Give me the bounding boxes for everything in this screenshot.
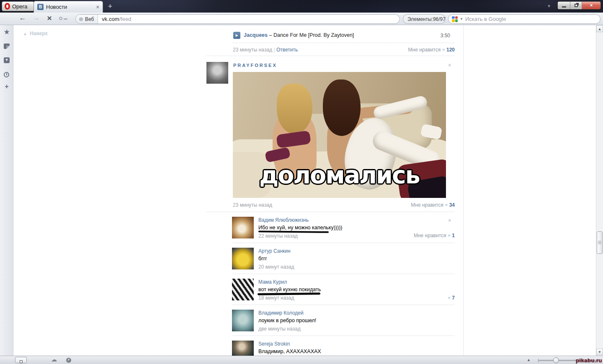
restore-button[interactable]: [570, 2, 582, 9]
post-time: 23 минуты назад: [233, 202, 272, 208]
brunette-hair-shape: [323, 79, 361, 136]
comment-text: вот нехуй кухню покидать: [258, 287, 321, 292]
panel-toggle-button[interactable]: [15, 357, 27, 363]
comment-separator: [232, 305, 455, 305]
url-host: vk.com: [102, 16, 119, 22]
bookmarks-star-icon[interactable]: ★: [0, 28, 13, 36]
search-placeholder: Искать в Google: [465, 16, 506, 22]
web-label: Веб: [85, 16, 94, 22]
opera-panel-strip: ★ ▼ +: [0, 25, 13, 356]
post-author-link[interactable]: PRAYFORSEX: [233, 63, 277, 68]
back-button[interactable]: ←: [18, 14, 27, 22]
minimize-button[interactable]: [558, 2, 570, 9]
url-text[interactable]: vk.com/feed: [98, 16, 131, 22]
opera-link-cloud-icon[interactable]: ☁: [51, 356, 57, 363]
browser-window: Opera В Новости × + ▼ × ← → ✕ ⊕ Веб vk.c…: [0, 0, 603, 364]
comment-separator: [232, 243, 455, 243]
panel-toggle-icon: [20, 360, 23, 363]
scroll-down-icon[interactable]: ▼: [596, 349, 603, 355]
elements-counter[interactable]: Элементы: 96/97: [403, 14, 446, 24]
meme-caption: доломались: [233, 163, 446, 187]
zoom-tick: [538, 359, 539, 362]
comment-author-link[interactable]: Мама Курил: [258, 279, 287, 285]
comment-author-link[interactable]: Владимир Колодей: [258, 310, 304, 316]
reply-link[interactable]: Ответить: [276, 47, 298, 53]
titlebar: Opera В Новости × + ▼ ×: [0, 0, 603, 13]
comment-separator: [232, 336, 455, 336]
new-tab-button[interactable]: +: [106, 3, 114, 10]
comment-avatar[interactable]: [232, 341, 254, 356]
audio-seek-bar[interactable]: [233, 43, 455, 43]
history-clock-icon[interactable]: [4, 72, 9, 77]
comments-separator: [206, 212, 455, 212]
browser-scrollbar[interactable]: ▲ ▼: [596, 25, 603, 356]
post-like-count: 34: [449, 202, 455, 208]
comment-time: 20 минут назад: [258, 264, 294, 270]
blonde-hair-shape: [277, 84, 312, 134]
comment-delete-icon[interactable]: ×: [448, 217, 451, 223]
globe-icon: ⊕: [79, 16, 83, 22]
vk-favicon-icon: В: [37, 4, 44, 10]
downloads-icon[interactable]: ▼: [4, 57, 10, 63]
post-like-button[interactable]: Мне нравится ♥ 34: [382, 202, 455, 208]
elements-label: Элементы:: [407, 16, 433, 22]
google-search-box[interactable]: ▼ Искать в Google: [448, 14, 600, 24]
comment-text: бггг: [258, 256, 267, 261]
search-engine-dropdown-icon[interactable]: ▼: [460, 17, 463, 21]
password-key-icon[interactable]: [59, 17, 62, 20]
post-hide-icon[interactable]: ×: [448, 62, 451, 68]
audio-post-time: 23 минуты назад: [233, 47, 272, 53]
comment-avatar[interactable]: [232, 248, 254, 269]
comment-text: лоукик в ребро прошел!: [258, 318, 316, 323]
comment-avatar[interactable]: [232, 310, 254, 331]
audio-play-button[interactable]: ▶: [233, 32, 240, 39]
scroll-up-icon[interactable]: ▲: [596, 26, 603, 32]
comment-author-link[interactable]: Sereja Strokin: [258, 341, 290, 347]
comment-text: Владимир, АХАХАХАХАХ: [258, 349, 321, 354]
stop-button[interactable]: ✕: [45, 15, 54, 22]
audio-title: Jacquees – Dance For Me [Prod. By Zaytov…: [244, 32, 354, 38]
opera-menu-label: Opera: [12, 3, 27, 10]
close-window-icon: ×: [590, 3, 593, 8]
add-panel-icon[interactable]: +: [0, 83, 13, 90]
statusbar: ☁ ▲ pikabu.ru: [0, 356, 603, 364]
notes-icon[interactable]: [4, 44, 10, 49]
heart-icon: ♥: [445, 202, 448, 208]
zoom-menu-icon[interactable]: ▲: [527, 358, 531, 362]
audio-post-meta: 23 минуты назад | Ответить: [233, 47, 298, 53]
comment-avatar[interactable]: [232, 217, 254, 238]
vk-feed-page: ▲Наверх ▶ Jacquees – Dance For Me [Prod.…: [13, 25, 596, 356]
comment-separator: [232, 274, 455, 274]
tabbar-dropdown-icon[interactable]: ▼: [547, 4, 551, 8]
zoom-slider-handle[interactable]: [553, 357, 559, 363]
web-protocol-badge[interactable]: ⊕ Веб: [76, 15, 98, 23]
opera-logo-icon: [5, 3, 10, 10]
back-to-top-link[interactable]: ▲Наверх: [23, 31, 48, 36]
close-window-button[interactable]: ×: [582, 2, 600, 9]
comment-text: Ибо не хуй, ну можно капельку))))): [258, 225, 343, 231]
opera-menu-button[interactable]: Opera: [2, 1, 34, 11]
comment-like-button[interactable]: Мне нравится ♥ 1: [379, 233, 455, 238]
tab-title: Новости: [46, 4, 93, 10]
tab-novosti[interactable]: В Новости ×: [34, 1, 103, 13]
heart-icon: ♥: [448, 233, 451, 238]
url-path: /feed: [119, 16, 131, 22]
scrollbar-thumb[interactable]: [597, 231, 603, 254]
tab-close-icon[interactable]: ×: [96, 4, 99, 10]
comment-avatar[interactable]: [232, 279, 254, 300]
comment-like-button[interactable]: ♥ 7: [403, 295, 455, 301]
audio-like-button[interactable]: Мне нравится ♥ 120: [369, 47, 455, 53]
restore-icon: [575, 4, 578, 7]
forward-button[interactable]: →: [31, 14, 41, 22]
audio-artist-link[interactable]: Jacquees: [244, 32, 268, 38]
comment-time: две минуты назад: [258, 326, 301, 332]
heart-icon: ♥: [448, 295, 451, 301]
feed-right-divider: [463, 25, 464, 356]
opera-turbo-icon[interactable]: [66, 358, 71, 363]
comment-time: 18 минут назад: [258, 295, 294, 301]
address-bar[interactable]: ⊕ Веб vk.com/feed: [75, 14, 400, 24]
comment-author-link[interactable]: Артур Санкин: [258, 248, 291, 254]
meme-image[interactable]: доломались: [233, 72, 446, 198]
comment-author-link[interactable]: Вадим Ялюблюжизнь: [258, 217, 309, 223]
post-author-avatar[interactable]: [206, 62, 228, 84]
